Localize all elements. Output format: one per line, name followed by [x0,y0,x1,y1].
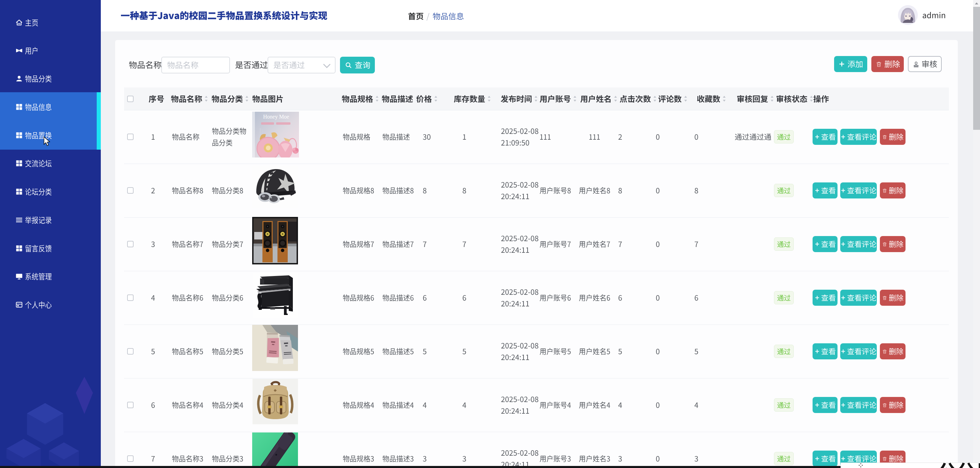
svg-text:Honey Moe: Honey Moe [263,114,289,120]
